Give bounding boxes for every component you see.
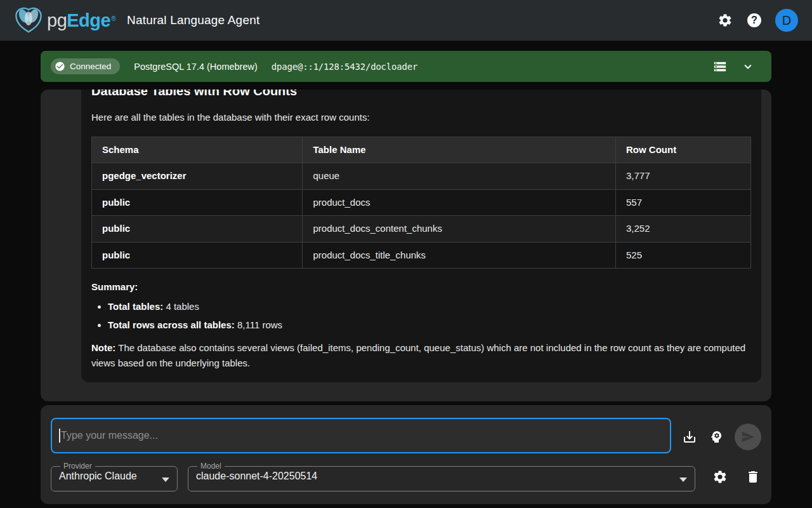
send-icon	[741, 430, 755, 444]
table-row: public product_docs 557	[92, 189, 751, 216]
model-settings-button[interactable]	[712, 469, 728, 485]
brand-pg: pg	[47, 10, 67, 31]
provider-select[interactable]: Provider Anthropic Claude	[51, 462, 178, 491]
cell-schema: public	[92, 216, 303, 243]
dropdown-caret-icon	[162, 478, 169, 482]
dropdown-caret-icon	[679, 478, 687, 482]
gear-icon	[712, 469, 728, 485]
message-input-wrap	[51, 418, 671, 456]
model-select[interactable]: Model claude-sonnet-4-20250514	[188, 462, 695, 491]
avatar[interactable]: D	[775, 9, 798, 32]
list-item: Total rows across all tables: 8,111 rows	[108, 318, 751, 333]
status-badge: Connected	[51, 58, 120, 74]
page-title: Natural Language Agent	[127, 13, 259, 27]
column-header-schema: Schema	[92, 137, 303, 163]
psychology-icon	[709, 429, 724, 444]
summary-list: Total tables: 4 tables Total rows across…	[108, 300, 751, 333]
cell-schema: public	[92, 189, 303, 216]
composer-panel: Provider Anthropic Claude Model claude-s…	[41, 405, 771, 504]
status-label: Connected	[70, 62, 111, 71]
bullet-value: 4 tables	[163, 301, 199, 312]
cell-row-count: 525	[615, 242, 750, 269]
cell-schema: pgedge_vectorizer	[92, 163, 303, 190]
settings-button[interactable]	[717, 12, 733, 29]
bullet-label: Total rows across all tables:	[108, 319, 235, 330]
pgedge-heart-icon	[14, 6, 43, 34]
column-header-table-name: Table Name	[303, 137, 616, 163]
cell-table-name: queue	[303, 163, 616, 190]
download-chat-button[interactable]	[681, 429, 698, 445]
summary-heading: Summary:	[91, 280, 751, 295]
send-button[interactable]	[735, 424, 761, 450]
table-row: pgedge_vectorizer queue 3,777	[92, 163, 751, 190]
pgedge-logo: pgEdge®	[14, 6, 115, 34]
note-paragraph: Note: The database also contains several…	[91, 340, 751, 371]
note-text: The database also contains several views…	[91, 342, 745, 368]
chevron-down-icon[interactable]	[741, 60, 755, 74]
database-list-icon[interactable]	[713, 60, 727, 74]
clear-chat-button[interactable]	[745, 469, 761, 485]
column-header-row-count: Row Count	[615, 137, 750, 163]
bullet-label: Total tables:	[108, 301, 163, 312]
server-version-label: PostgreSQL 17.4 (Homebrew)	[134, 62, 258, 72]
cell-table-name: product_docs_title_chunks	[303, 242, 616, 269]
pgedge-wordmark: pgEdge®	[47, 10, 115, 31]
provider-value: Anthropic Claude	[59, 469, 169, 484]
cell-row-count: 3,777	[615, 163, 750, 190]
cell-table-name: product_docs_content_chunks	[303, 216, 616, 243]
cell-row-count: 557	[615, 189, 750, 216]
note-label: Note:	[91, 342, 115, 353]
table-row: public product_docs_content_chunks 3,252	[92, 216, 751, 243]
avatar-letter: D	[782, 13, 791, 28]
text-cursor	[59, 429, 60, 443]
model-value: claude-sonnet-4-20250514	[196, 469, 687, 484]
gear-icon	[717, 13, 733, 28]
cell-schema: public	[92, 242, 303, 269]
connection-bar: Connected PostgreSQL 17.4 (Homebrew) dpa…	[41, 51, 771, 82]
message-input[interactable]	[51, 418, 671, 453]
brand-edge: Edge	[67, 10, 110, 31]
trash-icon	[745, 469, 761, 485]
brand-registered-mark: ®	[111, 15, 115, 22]
cell-row-count: 3,252	[615, 216, 750, 243]
app-header: pgEdge® Natural Language Agent ? D	[0, 0, 812, 41]
thinking-mode-button[interactable]	[708, 429, 724, 445]
help-button[interactable]: ?	[747, 13, 761, 27]
message-intro: Here are all the tables in the database …	[91, 110, 751, 125]
assistant-message: Database Tables with Row Counts Here are…	[81, 90, 761, 382]
row-counts-table: Schema Table Name Row Count pgedge_vecto…	[91, 137, 751, 269]
message-heading: Database Tables with Row Counts	[91, 90, 751, 99]
download-icon	[682, 429, 697, 444]
list-item: Total tables: 4 tables	[108, 300, 751, 314]
check-circle-icon	[55, 61, 65, 72]
cell-table-name: product_docs	[303, 189, 616, 216]
chat-history-panel[interactable]: Database Tables with Row Counts Here are…	[41, 90, 771, 401]
question-mark-icon: ?	[751, 15, 757, 26]
table-row: public product_docs_title_chunks 525	[92, 242, 751, 269]
table-header-row: Schema Table Name Row Count	[92, 137, 751, 163]
connection-string: dpage@::1/128:5432/docloader	[272, 62, 417, 72]
bullet-value: 8,111 rows	[235, 319, 282, 330]
